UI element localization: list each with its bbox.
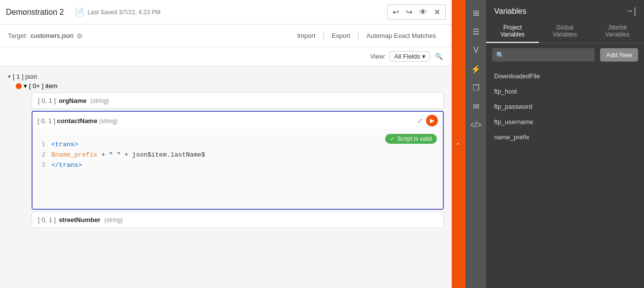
chevron-down-icon: ▾ [422, 53, 426, 60]
var-name-prefix: $name_prefix [51, 151, 98, 159]
vars-header: Variables →| [486, 0, 644, 20]
icon-code-button[interactable]: </> [467, 116, 485, 134]
trans-close-tag: </trans> [51, 161, 82, 169]
icon-variable-button[interactable]: V [467, 41, 485, 59]
icon-plugin-button[interactable]: ⚡ [467, 60, 485, 78]
toolbar: Target: customers.json ⚙ Import Export A… [0, 25, 452, 47]
json-root-label: [ 1 ] json [13, 73, 37, 80]
gear-icon[interactable]: ⚙ [76, 32, 83, 40]
line-code-3: </trans> [51, 160, 82, 171]
checkmark-icon: ✓ [390, 135, 395, 142]
code-line-3: 3 </trans> [38, 160, 437, 171]
script-valid-badge: ✓ Script is valid [385, 134, 437, 144]
trans-open-tag: <trans> [51, 141, 78, 148]
content-area: ▾ [ 1 ] json ▾ [ 0+ ] item [ 0, 1 ] orgN… [0, 66, 452, 288]
add-new-button[interactable]: Add New [600, 48, 638, 62]
icon-copy-button[interactable]: ❐ [467, 79, 485, 96]
json-children: ▾ [ 0+ ] item [ 0, 1 ] orgName (string) … [20, 81, 444, 228]
vars-list: DownloadedFile ftp_host ftp_password ftp… [486, 66, 644, 288]
script-card-actions: ⤢ ▶ [417, 115, 438, 127]
search-icon[interactable]: 🔍 [434, 52, 444, 62]
field-orgname: [ 0, 1 ] orgName (string) [32, 93, 444, 109]
document-icon: 📄 [74, 7, 84, 17]
preview-button[interactable]: 👁 [417, 6, 429, 18]
item-toggle[interactable]: ▾ [24, 82, 27, 90]
main-area: Demonstration 2 📄 Last Saved 3/7/22, 4:2… [0, 0, 452, 288]
var-item-ftp-password[interactable]: ftp_password [486, 99, 644, 114]
line-code-2: $name_prefix + " " + json$item.lastName$ [51, 150, 205, 160]
json-root-row: ▾ [ 1 ] json [8, 72, 444, 81]
icon-email-button[interactable]: ✉ [467, 97, 485, 115]
line-num-1: 1 [38, 140, 45, 150]
streetnumber-type: (string) [105, 217, 123, 224]
contactname-label-group: [ 0, 1 ] contactName (string) [37, 117, 117, 125]
vars-tabs: Project Variables Global Variables Jitte… [486, 20, 644, 43]
variables-panel: Variables →| Project Variables Global Va… [486, 0, 644, 288]
orgname-range: [ 0, 1 ] [38, 97, 56, 104]
var-item-ftp-username[interactable]: ftp_username [486, 114, 644, 129]
tab-project-variables[interactable]: Project Variables [486, 20, 539, 43]
target-file: customers.json [31, 32, 73, 39]
script-card-contactname: [ 0, 1 ] contactName (string) ⤢ ▶ ✓ [32, 111, 444, 210]
saved-status: 📄 Last Saved 3/7/22, 4:23 PM [74, 7, 160, 17]
contactname-range: [ 0, 1 ] [37, 117, 55, 125]
var-item-ftp-host[interactable]: ftp_host [486, 84, 644, 99]
var-item-name-prefix[interactable]: name_prefix [486, 129, 644, 145]
close-button[interactable]: ✕ [432, 6, 442, 18]
code-editor: 1 <trans> 2 $name_prefix + " " + json$it… [38, 136, 437, 205]
concat-plain: + " " + json$item.lastName$ [101, 151, 205, 159]
code-line-1: 1 <trans> [38, 140, 385, 150]
script-card-header: [ 0, 1 ] contactName (string) ⤢ ▶ [33, 112, 443, 130]
run-script-button[interactable]: ▶ [426, 115, 438, 127]
header-action-group: ↩ ↪ 👁 ✕ [387, 4, 446, 20]
page-title: Demonstration 2 [6, 8, 64, 17]
item-label: [ 0+ ] item [29, 82, 57, 90]
script-area[interactable]: 1 <trans> 2 $name_prefix + " " + json$it… [38, 136, 437, 205]
tab-global-variables[interactable]: Global Variables [539, 20, 591, 43]
chevron-left-icon: ‹ [455, 143, 463, 145]
header: Demonstration 2 📄 Last Saved 3/7/22, 4:2… [0, 0, 452, 25]
view-select[interactable]: All Fields ▾ [390, 51, 430, 62]
view-option-text: All Fields [394, 53, 420, 60]
orgname-key: orgName [59, 97, 86, 104]
tab-jitterbit-variables[interactable]: Jitterbit Variables [591, 20, 644, 43]
side-toggle-button[interactable]: ‹ [452, 0, 465, 288]
vars-collapse-button[interactable]: →| [625, 6, 636, 16]
target-label: Target: [8, 32, 28, 39]
line-num-2: 2 [38, 150, 45, 160]
redo-button[interactable]: ↪ [404, 6, 414, 18]
vars-title: Variables [494, 7, 527, 16]
export-button[interactable]: Export [324, 30, 358, 41]
view-label: View: [370, 53, 386, 60]
orgname-type: (string) [91, 97, 109, 104]
contactname-type: (string) [99, 118, 117, 125]
vars-search-input[interactable] [492, 48, 595, 62]
expand-script-button[interactable]: ⤢ [417, 117, 423, 125]
line-code-1: <trans> [51, 140, 78, 150]
undo-button[interactable]: ↩ [391, 6, 401, 18]
item-children: [ 0, 1 ] orgName (string) [ 0, 1 ] conta… [32, 93, 444, 228]
toolbar-actions: Import Export Automap Exact Matches [289, 30, 444, 41]
item-dot [16, 83, 22, 89]
code-line-2: 2 $name_prefix + " " + json$item.lastNam… [38, 150, 437, 160]
import-button[interactable]: Import [289, 30, 323, 41]
script-valid-text: Script is valid [397, 135, 432, 142]
script-body: ✓ Script is valid 1 <trans> [33, 130, 443, 209]
var-item-downloadedfile[interactable]: DownloadedFile [486, 68, 644, 84]
item-row: ▾ [ 0+ ] item [16, 81, 444, 91]
collapse-toggle[interactable]: ▾ [8, 73, 11, 80]
line-num-3: 3 [38, 160, 45, 171]
contactname-key: contactName [57, 117, 98, 125]
icon-list-button[interactable]: ☰ [467, 23, 485, 40]
field-streetnumber: [ 0, 1 ] streetNumber (string) [32, 212, 444, 228]
vars-search-wrap: 🔍 [492, 48, 596, 62]
view-bar: View: All Fields ▾ 🔍 [0, 47, 452, 66]
automap-button[interactable]: Automap Exact Matches [358, 30, 444, 41]
streetnumber-key: streetNumber [59, 216, 101, 224]
saved-text: Last Saved 3/7/22, 4:23 PM [87, 9, 160, 16]
icon-grid-button[interactable]: ⊞ [467, 4, 485, 22]
streetnumber-range: [ 0, 1 ] [38, 216, 56, 224]
search-icon: 🔍 [496, 51, 504, 59]
icon-panel: ⊞ ☰ V ⚡ ❐ ✉ </> [465, 0, 486, 288]
vars-search-row: 🔍 Add New [486, 43, 644, 66]
